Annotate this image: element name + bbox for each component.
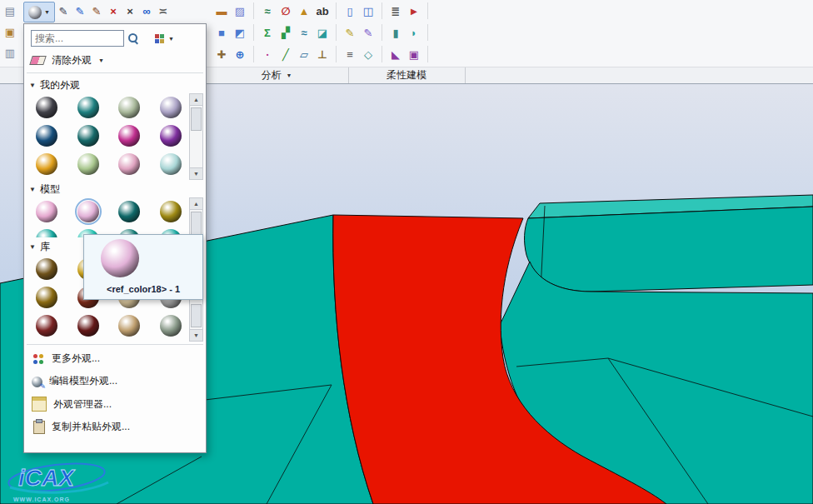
- group-tab-analysis[interactable]: 分析 ▼: [205, 67, 349, 83]
- flag-icon[interactable]: ►: [406, 2, 422, 19]
- appearance-swatch[interactable]: [77, 153, 99, 175]
- search-input[interactable]: [31, 30, 124, 47]
- model-right-bar-front-face[interactable]: [525, 207, 813, 292]
- scroll-up-button[interactable]: ▲: [190, 198, 202, 210]
- appearance-swatch[interactable]: [36, 315, 57, 337]
- cube-icon[interactable]: ■: [213, 24, 230, 41]
- quick-access-column: ▤▣▥: [2, 2, 18, 61]
- scrollbar[interactable]: ▲ ▼: [189, 93, 203, 180]
- style-pencil-icon[interactable]: ✎: [72, 2, 88, 19]
- model-appearances-grid: ▲: [24, 197, 206, 237]
- appearance-swatch[interactable]: [36, 97, 57, 118]
- my-appearances-grid: ▲ ▼: [24, 93, 206, 180]
- tag-icon[interactable]: ◇: [360, 46, 377, 62]
- clipboard-icon: [33, 421, 45, 434]
- appearance-swatch[interactable]: [77, 97, 99, 118]
- scroll-down-button[interactable]: ▼: [190, 167, 202, 179]
- search-icon[interactable]: [127, 32, 139, 44]
- appearance-swatch[interactable]: [36, 125, 57, 147]
- appearance-swatch[interactable]: [36, 287, 57, 308]
- note-icon[interactable]: ≡: [342, 46, 358, 62]
- scroll-down-button[interactable]: ▼: [190, 329, 202, 341]
- bars-icon[interactable]: ▮: [387, 24, 404, 41]
- appearance-swatch[interactable]: [118, 97, 140, 118]
- revolve-icon[interactable]: ◫: [360, 2, 377, 19]
- collapse-arrow-icon: ▼: [29, 186, 36, 193]
- appearance-swatch[interactable]: [118, 315, 140, 337]
- appearance-swatch[interactable]: [160, 125, 182, 147]
- freestyle-pencil-icon[interactable]: ✎: [88, 2, 105, 19]
- appearance-swatch[interactable]: [118, 201, 140, 222]
- scroll-thumb[interactable]: [191, 212, 202, 235]
- appearance-swatch[interactable]: [160, 315, 182, 337]
- purple-wedge-icon[interactable]: ◣: [387, 46, 404, 62]
- cloud-icon[interactable]: ◗: [406, 24, 422, 41]
- appearance-swatch[interactable]: [77, 125, 99, 147]
- appearance-swatch[interactable]: [77, 315, 99, 337]
- boundary-blend-icon[interactable]: ≈: [259, 2, 276, 19]
- scroll-thumb[interactable]: [191, 107, 202, 131]
- mass-properties-icon[interactable]: Σ: [259, 24, 276, 41]
- paste-icon[interactable]: ▥: [2, 44, 18, 61]
- purple-frame-icon[interactable]: ▣: [406, 46, 422, 62]
- menu-more-appearances[interactable]: 更多外观...: [24, 347, 206, 370]
- edit-appearance-icon: [32, 377, 42, 387]
- copy-icon[interactable]: ▣: [2, 23, 18, 40]
- measure-icon[interactable]: ≣: [387, 2, 404, 19]
- scroll-up-button[interactable]: ▲: [190, 94, 202, 106]
- surface-analysis-icon[interactable]: ◪: [314, 24, 331, 41]
- clear-appearance-label: 清除外观: [52, 53, 92, 67]
- appearance-swatch[interactable]: [160, 97, 182, 118]
- curve-analysis-icon[interactable]: ≈: [296, 24, 312, 41]
- toolbar-row1-left: ✎✎✎××∞≍: [55, 2, 172, 19]
- menu-edit-model-appearance[interactable]: 编辑模型外观...: [24, 370, 206, 392]
- appearance-swatch[interactable]: [118, 125, 140, 147]
- cone-icon[interactable]: ▲: [296, 2, 312, 19]
- menu-appearance-manager[interactable]: 外观管理器...: [24, 392, 206, 416]
- sketch-pencil-icon[interactable]: ✎: [55, 2, 72, 19]
- connect-icon[interactable]: ≍: [155, 2, 172, 19]
- area-graph-icon[interactable]: ▞: [277, 24, 294, 41]
- link-icon[interactable]: ∞: [138, 2, 155, 19]
- appearance-swatch[interactable]: [36, 153, 57, 175]
- appearance-swatch[interactable]: [36, 258, 57, 280]
- swatch-grid-icon[interactable]: [154, 33, 165, 44]
- scrollbar[interactable]: ▲: [189, 197, 203, 237]
- appearance-swatch[interactable]: [36, 229, 57, 237]
- scroll-thumb[interactable]: [191, 304, 202, 327]
- section-header-model[interactable]: ▼ 模型: [24, 180, 206, 197]
- section-header-my-appearances[interactable]: ▼ 我的外观: [24, 76, 206, 93]
- grid-dropdown-icon[interactable]: ▼: [168, 36, 174, 42]
- appearance-manager-icon: [32, 397, 47, 412]
- sketch-pen-icon[interactable]: ✎: [342, 24, 358, 41]
- shaded-cube-icon[interactable]: ◩: [232, 24, 248, 41]
- delete-icon[interactable]: ×: [105, 2, 122, 19]
- appearance-gallery-button[interactable]: ▼: [23, 2, 55, 22]
- csys-icon[interactable]: ⊥: [314, 46, 331, 62]
- section-title: 我的外观: [40, 78, 80, 92]
- tooltip-label: <ref_color18> - 1: [84, 284, 202, 294]
- model-tree-icon[interactable]: ▤: [2, 2, 18, 19]
- paint-roller-icon[interactable]: ▬: [213, 2, 230, 19]
- group-tab-flexible-modeling[interactable]: 柔性建模: [348, 67, 466, 83]
- section-title: 模型: [40, 182, 60, 197]
- extrude-icon[interactable]: ▯: [342, 2, 358, 19]
- appearance-swatch[interactable]: [36, 201, 57, 222]
- text-style-icon[interactable]: ab: [314, 2, 331, 19]
- appearance-swatch[interactable]: [160, 153, 182, 175]
- remove-icon[interactable]: ×: [122, 2, 138, 19]
- appearance-swatch[interactable]: [118, 153, 140, 175]
- appearance-swatch[interactable]: [77, 201, 99, 222]
- texture-icon[interactable]: ▨: [232, 2, 248, 19]
- pan-hand-icon[interactable]: ✚: [213, 46, 230, 62]
- menu-copy-paste-appearance[interactable]: 复制并粘贴外观...: [24, 416, 206, 438]
- intersect-icon[interactable]: ∅: [277, 2, 294, 19]
- clear-dropdown-icon[interactable]: ▼: [98, 57, 104, 63]
- appearance-swatch[interactable]: [160, 201, 182, 222]
- clear-appearance-button[interactable]: 清除外观 ▼: [24, 49, 206, 70]
- datum-point-icon[interactable]: ∙: [259, 46, 276, 62]
- datum-plane-icon[interactable]: ▱: [296, 46, 312, 62]
- datum-axis-icon[interactable]: ╱: [277, 46, 294, 62]
- zoom-in-icon[interactable]: ⊕: [232, 46, 248, 62]
- spark-pen-icon[interactable]: ✎: [360, 24, 377, 41]
